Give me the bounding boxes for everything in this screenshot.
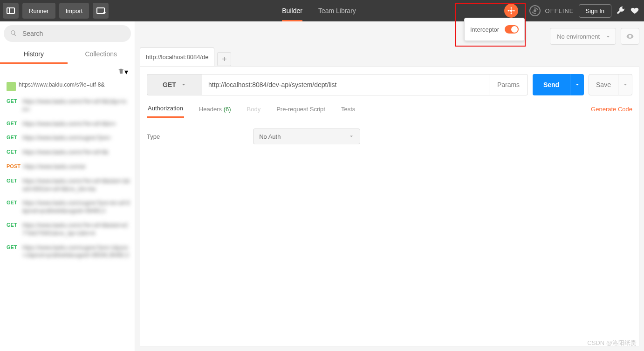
auth-type-label: Type (147, 133, 160, 140)
svg-point-2 (514, 10, 515, 12)
request-tab[interactable]: http://localhost:8084/de (140, 47, 214, 66)
history-url: https://www.baidu.com/sugrec?pre= (22, 134, 111, 142)
history-list: https://www.baidu.com/s?ie=utf-8& GEThtt… (0, 79, 135, 351)
save-button[interactable]: Save (589, 74, 618, 95)
history-url: https://www.baidu.com/s?ie=utf-8&isbd=1&… (22, 177, 130, 193)
method-badge: GET (7, 244, 20, 260)
interceptor-toggle[interactable] (505, 25, 519, 34)
history-url: https://www.baidu.com/sugrec?pre=1&json=… (22, 244, 130, 260)
send-options-button[interactable] (570, 74, 584, 95)
request-tabstrip: http://localhost:8084/de + (140, 47, 639, 66)
params-button[interactable]: Params (489, 74, 528, 95)
subtab-headers[interactable]: Headers (6) (198, 106, 232, 117)
auth-type-value: No Auth (259, 133, 281, 140)
history-item[interactable]: https://www.baidu.com/s?ie=utf-8& (0, 79, 135, 96)
method-badge: GET (7, 199, 20, 215)
main-area: No environment http://localhost:8084/de … (135, 21, 644, 351)
offline-label: OFFLINE (545, 7, 574, 14)
history-url: https://www.baidu.com/sugrec?pre=ie=utf-… (22, 199, 130, 215)
method-badge: GET (7, 98, 20, 114)
new-tab-icon (96, 7, 105, 14)
sidebar-tab-history[interactable]: History (0, 46, 68, 64)
history-item[interactable]: GEThttps://www.baidu.com/sugrec?pre=1&js… (0, 242, 135, 264)
authorization-area: Type No Auth (140, 118, 639, 155)
search-wrap (0, 21, 135, 46)
history-url: https://www.baidu.com/s?ie=utf-8&m= (22, 120, 116, 128)
save-options-button[interactable] (618, 74, 632, 95)
app-topbar: Runner Import Builder Team Library OFFLI… (0, 0, 644, 21)
import-button[interactable]: Import (59, 3, 89, 19)
request-row: GET Params Send Save (147, 74, 632, 95)
runner-button[interactable]: Runner (22, 3, 55, 19)
interceptor-popover: Interceptor (464, 18, 525, 41)
sidebar-tabs: History Collections (0, 46, 135, 64)
save-group: Save (589, 74, 632, 95)
svg-point-1 (508, 10, 509, 12)
environment-value: No environment (557, 33, 600, 40)
chevron-down-icon (349, 134, 354, 139)
eye-icon (626, 32, 634, 40)
auth-type-select[interactable]: No Auth (253, 128, 360, 144)
subtab-headers-label: Headers (199, 106, 222, 113)
tab-team-library[interactable]: Team Library (318, 0, 356, 21)
history-item[interactable]: GEThttps://www.baidu.com/s?ie=utf-8&m= (0, 118, 135, 133)
request-url-input[interactable] (202, 74, 489, 95)
method-badge: GET (7, 148, 20, 156)
add-request-tab-button[interactable]: + (217, 52, 231, 66)
chevron-down-icon (623, 82, 628, 88)
trash-icon[interactable]: ▾ (118, 68, 128, 76)
new-tab-button[interactable] (93, 3, 109, 19)
chevron-down-icon (181, 82, 186, 88)
interceptor-label: Interceptor (470, 26, 499, 33)
search-input[interactable] (4, 25, 131, 42)
method-badge: GET (7, 120, 20, 128)
http-method-select[interactable]: GET (147, 74, 202, 95)
sidebar-tab-collections[interactable]: Collections (68, 46, 135, 64)
subtab-body[interactable]: Body (246, 106, 262, 117)
history-item[interactable]: GEThttps://www.baidu.com/s?ie=utf-8& (0, 147, 135, 161)
subtab-authorization[interactable]: Authorization (147, 105, 184, 118)
history-item[interactable]: GEThttps://www.baidu.com/s?ie=utf-8&1&p=… (0, 96, 135, 118)
heart-icon[interactable] (630, 6, 639, 16)
topbar-left: Runner Import (0, 3, 109, 19)
history-item[interactable]: GEThttps://www.baidu.com/s?ie=utf-8&isbd… (0, 220, 135, 242)
method-badge: GET (7, 222, 20, 237)
history-item[interactable]: POSThttps://www.baidu.com/ar (0, 161, 135, 176)
request-subtabs: Authorization Headers (6) Body Pre-reque… (147, 105, 632, 118)
chevron-down-icon (605, 34, 611, 40)
environment-quicklook-button[interactable] (621, 28, 639, 45)
method-badge: GET (7, 134, 20, 142)
settings-icon[interactable] (616, 6, 625, 16)
subtab-prerequest[interactable]: Pre-request Script (275, 106, 326, 117)
subtab-tests[interactable]: Tests (340, 106, 356, 117)
send-button[interactable]: Send (533, 74, 570, 95)
history-clear-row: ▾ (0, 64, 135, 79)
environment-select[interactable]: No environment (550, 28, 616, 45)
history-url: https://www.baidu.com/s?ie=utf-8& (22, 148, 108, 156)
history-url: https://www.baidu.com/s?ie=utf-8& (19, 81, 104, 91)
svg-point-3 (511, 7, 512, 9)
history-url: https://www.baidu.com/s?ie=utf-8&isbd=e2… (22, 222, 130, 237)
tab-builder[interactable]: Builder (282, 0, 302, 21)
sidebar: History Collections ▾ https://www.baidu.… (0, 21, 135, 351)
topbar-right: OFFLINE Sign In (529, 4, 644, 18)
chevron-down-icon (575, 82, 580, 88)
search-icon (10, 30, 17, 36)
sidebar-toggle-button[interactable] (3, 3, 19, 19)
sync-status-icon (529, 5, 541, 16)
interceptor-badge-icon[interactable] (504, 4, 518, 18)
headers-count: (6) (224, 106, 231, 113)
send-group: Send (533, 74, 584, 95)
method-badge: POST (7, 163, 21, 171)
history-item[interactable]: GEThttps://www.baidu.com/sugrec?pre= (0, 132, 135, 147)
history-item[interactable]: GEThttps://www.baidu.com/s?ie=utf-8&isbd… (0, 176, 135, 198)
history-url: https://www.baidu.com/ar (23, 163, 86, 171)
method-badge: GET (7, 177, 20, 193)
generate-code-link[interactable]: Generate Code (591, 106, 632, 117)
panel-icon (7, 7, 15, 14)
history-item[interactable]: GEThttps://www.baidu.com/sugrec?pre=ie=u… (0, 197, 135, 220)
sign-in-button[interactable]: Sign In (579, 4, 611, 18)
history-badge-icon (7, 82, 16, 91)
svg-point-4 (511, 13, 512, 14)
history-url: https://www.baidu.com/s?ie=utf-8&1&p=rom… (22, 98, 130, 114)
